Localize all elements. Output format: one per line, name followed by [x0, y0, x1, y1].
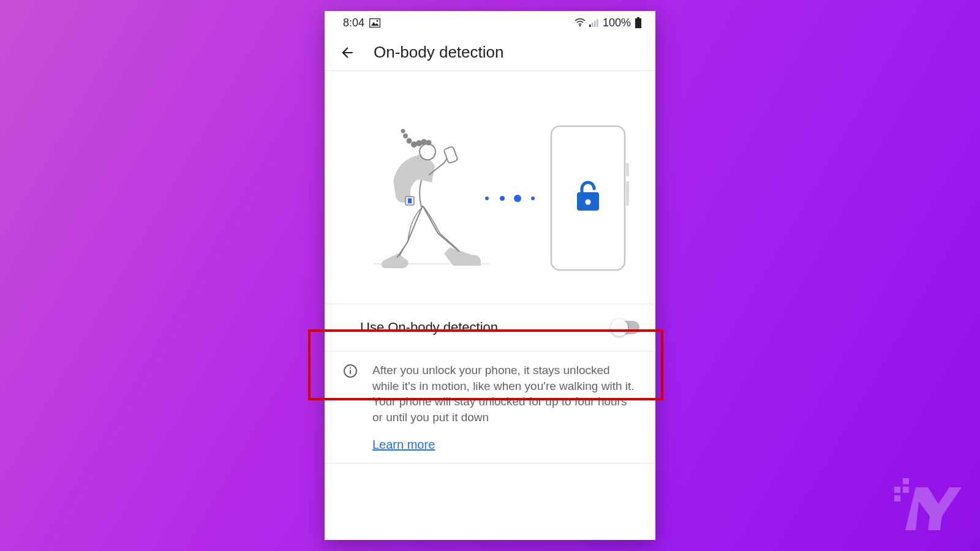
svg-rect-34: [903, 478, 909, 484]
svg-point-20: [426, 140, 432, 146]
svg-point-25: [531, 197, 535, 200]
watermark-logo: [894, 478, 962, 533]
running-person-icon: [382, 129, 481, 269]
svg-point-3: [579, 25, 581, 27]
wifi-icon: [575, 18, 586, 27]
use-on-body-detection-toggle-row[interactable]: Use On-body detection: [325, 304, 655, 351]
learn-more-link[interactable]: Learn more: [372, 438, 435, 452]
app-bar: On-body detection: [325, 34, 655, 71]
svg-point-21: [401, 129, 405, 133]
svg-rect-7: [597, 19, 598, 27]
info-icon: [343, 364, 358, 452]
svg-point-14: [420, 144, 435, 160]
info-section: After you unlock your phone, it stays un…: [325, 351, 655, 463]
svg-rect-0: [370, 18, 380, 27]
motion-dots-icon: [485, 195, 535, 202]
svg-rect-37: [894, 495, 900, 501]
page-title: On-body detection: [374, 43, 503, 62]
svg-rect-8: [637, 17, 639, 18]
svg-rect-4: [589, 24, 591, 27]
svg-point-2: [377, 20, 379, 21]
svg-point-30: [586, 200, 591, 205]
svg-point-19: [421, 139, 427, 145]
phone-outline-icon: [551, 126, 629, 270]
toggle-switch[interactable]: [612, 321, 639, 334]
image-indicator-icon: [369, 18, 380, 28]
phone-frame: 8:04: [325, 11, 655, 540]
svg-rect-5: [592, 23, 594, 27]
svg-rect-9: [635, 18, 641, 28]
battery-icon: [635, 17, 642, 28]
svg-rect-35: [894, 487, 900, 493]
svg-point-23: [500, 196, 505, 201]
hero-illustration: [325, 71, 655, 304]
svg-rect-32: [350, 370, 351, 374]
svg-point-16: [407, 138, 412, 144]
status-time: 8:04: [343, 17, 364, 29]
back-arrow-icon[interactable]: [339, 45, 355, 61]
toggle-knob: [611, 319, 628, 336]
svg-rect-27: [626, 163, 629, 176]
toggle-label: Use On-body detection: [360, 320, 498, 335]
status-bar: 8:04: [325, 11, 655, 34]
svg-rect-13: [408, 198, 412, 203]
svg-rect-28: [626, 181, 629, 206]
signal-icon: [589, 18, 599, 27]
svg-point-22: [485, 197, 489, 200]
svg-rect-6: [594, 21, 596, 27]
svg-point-17: [403, 133, 408, 138]
info-description: After you unlock your phone, it stays un…: [372, 362, 637, 425]
status-battery-text: 100%: [603, 17, 631, 29]
svg-marker-1: [371, 22, 379, 26]
svg-rect-36: [903, 487, 909, 493]
svg-point-24: [514, 195, 521, 202]
svg-rect-33: [350, 367, 351, 369]
